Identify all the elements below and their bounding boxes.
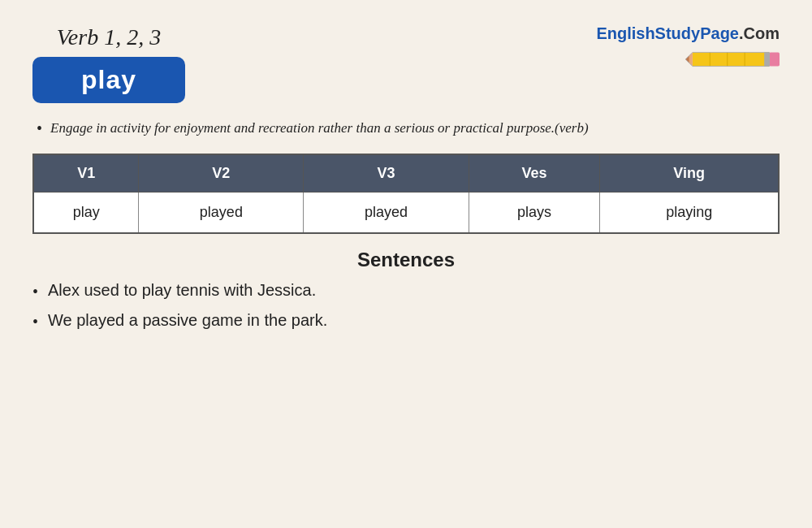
- definition-text: Engage in activity for enjoyment and rec…: [50, 118, 589, 139]
- table-row: play played played plays playing: [33, 192, 779, 233]
- sentence-item-2: • We played a passive game in the park.: [32, 311, 780, 331]
- table-header-v3: V3: [304, 154, 469, 193]
- sentence-item-1: • Alex used to play tennis with Jessica.: [32, 281, 780, 301]
- table-header-v1: V1: [33, 154, 139, 193]
- sentence-bullet-2: •: [32, 313, 38, 331]
- table-header-v2: V2: [139, 154, 304, 193]
- svg-rect-3: [769, 52, 780, 66]
- table-cell-v2: played: [139, 192, 304, 233]
- pencil-icon: [682, 48, 780, 71]
- logo-study: Study: [655, 24, 701, 42]
- sentence-text-1: Alex used to play tennis with Jessica.: [48, 281, 316, 300]
- svg-marker-0: [693, 52, 769, 66]
- definition-section: • Engage in activity for enjoyment and r…: [32, 118, 780, 139]
- table-header-ving: Ving: [600, 154, 779, 193]
- header-row: Verb 1, 2, 3 play EnglishStudyPage.Com: [32, 24, 780, 103]
- verb-table: V1 V2 V3 Ves Ving play played played pla…: [32, 154, 780, 234]
- sentences-section: Sentences • Alex used to play tennis wit…: [32, 249, 780, 331]
- sentence-text-2: We played a passive game in the park.: [48, 311, 327, 330]
- table-header-ves: Ves: [469, 154, 600, 193]
- logo-com: Com: [744, 24, 780, 42]
- definition-bullet: •: [37, 119, 42, 138]
- logo-text: EnglishStudyPage.Com: [596, 24, 780, 43]
- table-cell-v1: play: [33, 192, 139, 233]
- title-section: Verb 1, 2, 3 play: [32, 24, 185, 103]
- table-header-row: V1 V2 V3 Ves Ving: [33, 154, 779, 193]
- logo-page: Page: [700, 24, 739, 42]
- table-cell-ving: playing: [600, 192, 779, 233]
- verb-title: Verb 1, 2, 3: [57, 24, 161, 50]
- table-cell-v3: played: [304, 192, 469, 233]
- page-container: Verb 1, 2, 3 play EnglishStudyPage.Com: [0, 0, 812, 528]
- logo-english: English: [596, 24, 654, 42]
- word-badge: play: [32, 57, 185, 103]
- sentence-bullet-1: •: [32, 283, 38, 301]
- table-cell-ves: plays: [469, 192, 600, 233]
- sentences-title: Sentences: [32, 249, 780, 271]
- svg-marker-2: [685, 56, 689, 63]
- logo-section: EnglishStudyPage.Com: [596, 24, 780, 71]
